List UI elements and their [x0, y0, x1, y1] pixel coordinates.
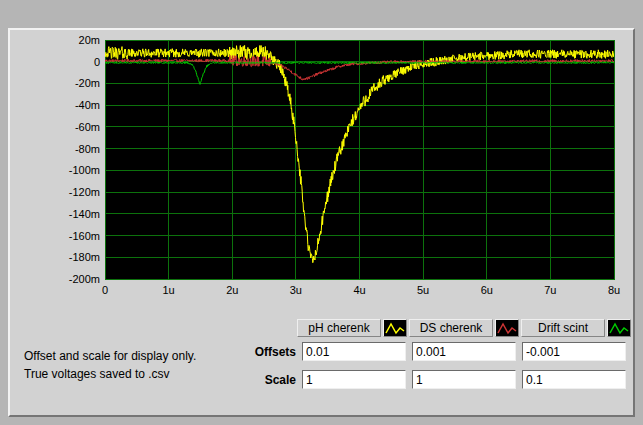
- offset-input-ds-cherenk[interactable]: [412, 342, 516, 361]
- svg-text:-140m: -140m: [69, 208, 100, 220]
- offsets-label: Offsets: [190, 345, 296, 359]
- svg-text:2u: 2u: [226, 284, 238, 296]
- waveform-icon: [383, 319, 407, 337]
- display-note: Offset and scale for display only. True …: [24, 347, 196, 383]
- svg-text:7u: 7u: [544, 284, 556, 296]
- legend-item-ph-cherenk[interactable]: pH cherenk: [297, 319, 407, 337]
- waveform-icon: [607, 319, 631, 337]
- svg-text:-120m: -120m: [69, 186, 100, 198]
- scale-label: Scale: [190, 373, 296, 387]
- svg-text:3u: 3u: [290, 284, 302, 296]
- offset-input-ph-cherenk[interactable]: [302, 342, 406, 361]
- svg-text:1u: 1u: [163, 284, 175, 296]
- graph-panel: 20m0-20m-40m-60m-80m-100m-120m-140m-160m…: [8, 28, 635, 417]
- note-line-2: True voltages saved to .csv: [24, 365, 196, 383]
- svg-text:-100m: -100m: [69, 164, 100, 176]
- svg-text:8u: 8u: [608, 284, 620, 296]
- legend-label: Drift scint: [521, 319, 605, 337]
- svg-text:-20m: -20m: [75, 77, 100, 89]
- scale-input-ph-cherenk[interactable]: [302, 370, 406, 389]
- svg-text:-60m: -60m: [75, 121, 100, 133]
- svg-text:-200m: -200m: [69, 273, 100, 285]
- offset-input-drift-scint[interactable]: [522, 342, 626, 361]
- legend-item-ds-cherenk[interactable]: DS cherenk: [409, 319, 519, 337]
- svg-text:-40m: -40m: [75, 99, 100, 111]
- svg-text:-80m: -80m: [75, 143, 100, 155]
- svg-text:6u: 6u: [481, 284, 493, 296]
- waveform-icon: [495, 319, 519, 337]
- svg-text:-180m: -180m: [69, 251, 100, 263]
- svg-text:4u: 4u: [353, 284, 365, 296]
- svg-text:20m: 20m: [79, 34, 100, 46]
- svg-text:0: 0: [102, 284, 108, 296]
- note-line-1: Offset and scale for display only.: [24, 347, 196, 365]
- svg-text:5u: 5u: [417, 284, 429, 296]
- scale-input-drift-scint[interactable]: [522, 370, 626, 389]
- legend-label: DS cherenk: [409, 319, 493, 337]
- legend-item-drift-scint[interactable]: Drift scint: [521, 319, 631, 337]
- svg-text:0: 0: [94, 56, 100, 68]
- legend-label: pH cherenk: [297, 319, 381, 337]
- svg-text:-160m: -160m: [69, 230, 100, 242]
- scale-input-ds-cherenk[interactable]: [412, 370, 516, 389]
- waveform-graph: 20m0-20m-40m-60m-80m-100m-120m-140m-160m…: [10, 30, 629, 302]
